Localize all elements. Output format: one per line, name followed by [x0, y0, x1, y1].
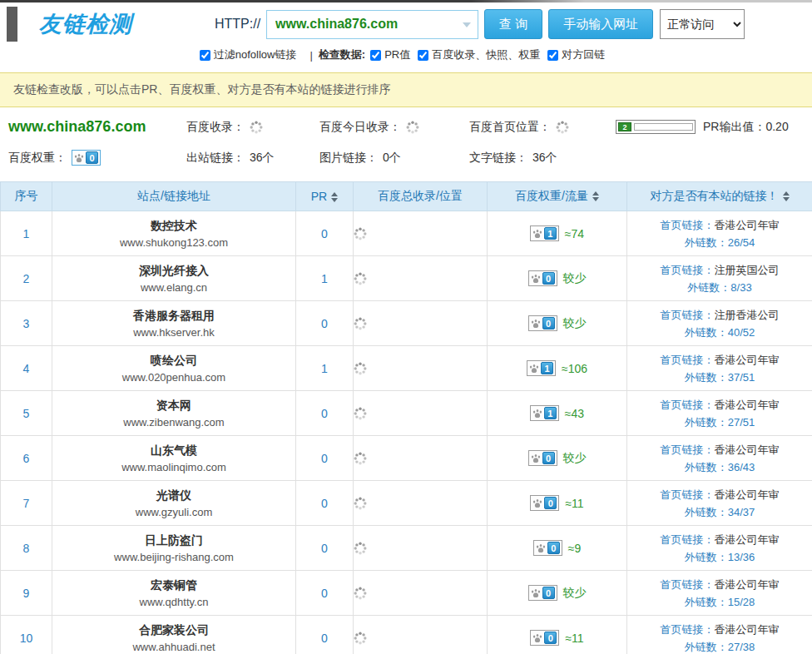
- homepage-link-anchor: 香港公司年审: [715, 623, 780, 636]
- pr-grade-chip: 2: [618, 122, 631, 131]
- site-name-link[interactable]: 资本网: [52, 399, 295, 414]
- site-name-link[interactable]: 合肥家装公司: [52, 623, 295, 638]
- homepage-link-label[interactable]: 首页链接：: [661, 309, 715, 321]
- baidu-inclusion-cell: [354, 571, 488, 616]
- site-name-link[interactable]: 宏泰铜管: [52, 578, 295, 593]
- baidu-data-label: 百度收录、快照、权重: [432, 47, 540, 62]
- baidu-weight-badge: 1: [530, 225, 559, 241]
- pr-value: 0: [296, 301, 354, 346]
- homepage-link-label[interactable]: 首页链接：: [661, 399, 715, 411]
- option-baidu-data[interactable]: 百度收录、快照、权重: [418, 47, 540, 62]
- loading-spinner-icon: [354, 587, 487, 600]
- baidu-data-checkbox[interactable]: [418, 50, 428, 61]
- homepage-link-anchor: 香港公司年审: [715, 488, 780, 501]
- sort-icon[interactable]: [331, 192, 338, 202]
- options-bar: 过滤nofollow链接 | 检查数据: PR值 百度收录、快照、权重 对方回链: [0, 46, 812, 70]
- loading-spinner-icon: [354, 362, 487, 375]
- traffic-estimate: ≈11: [565, 497, 583, 510]
- pr-value-checkbox[interactable]: [370, 50, 381, 61]
- outlink-count[interactable]: 外链数：40/52: [627, 324, 812, 341]
- col-header-weight-traffic[interactable]: 百度权重/流量: [488, 182, 627, 211]
- weight-number: 0: [542, 587, 555, 599]
- pr-value: 0: [296, 571, 354, 616]
- pr-track: [634, 123, 693, 131]
- site-url: www.ahhuadi.net: [52, 641, 295, 653]
- site-name-link[interactable]: 光谱仪: [52, 488, 295, 503]
- site-cell: 数控技术www.shukong123.com: [52, 211, 296, 256]
- homepage-link-anchor: 香港公司年审: [715, 533, 780, 546]
- weight-traffic-cell: 0较少: [488, 301, 627, 346]
- loading-spinner-icon: [354, 317, 487, 330]
- options-separator: |: [309, 49, 312, 62]
- weight-traffic-cell: 1≈74: [488, 211, 627, 256]
- homepage-link-label[interactable]: 首页链接：: [661, 264, 715, 276]
- baidu-weight-badge: 0: [533, 540, 562, 556]
- site-name-link[interactable]: 山东气模: [52, 443, 295, 458]
- pr-value: 0: [296, 616, 354, 654]
- option-pr-value[interactable]: PR值: [370, 47, 410, 62]
- filter-nofollow-checkbox[interactable]: [200, 50, 210, 61]
- homepage-link-label[interactable]: 首页链接：: [661, 623, 715, 636]
- option-filter-nofollow[interactable]: 过滤nofollow链接: [200, 47, 297, 62]
- url-dropdown-caret-icon[interactable]: [463, 22, 471, 27]
- weight-number: 1: [544, 227, 557, 240]
- site-url: www.020penhua.com: [52, 371, 295, 384]
- col-header-site: 站点/链接地址: [52, 182, 296, 211]
- site-name-link[interactable]: 数控技术: [52, 219, 295, 234]
- outlink-count[interactable]: 外链数：15/28: [627, 593, 812, 611]
- site-name-link[interactable]: 喷绘公司: [52, 354, 295, 369]
- site-url: www.beijing-rishang.com: [52, 551, 295, 563]
- weight-traffic-cell: 0较少: [488, 436, 627, 481]
- access-mode-select[interactable]: 正常访问: [660, 9, 745, 39]
- paw-icon: [532, 633, 542, 643]
- row-index: 3: [1, 301, 52, 346]
- outlink-count[interactable]: 外链数：26/54: [627, 234, 812, 251]
- outlink-count[interactable]: 外链数：34/37: [627, 503, 812, 521]
- pr-value: 0: [296, 436, 354, 481]
- site-name-link[interactable]: 香港服务器租用: [52, 309, 295, 324]
- homepage-link-label[interactable]: 首页链接：: [661, 488, 715, 501]
- outlink-count[interactable]: 外链数：13/36: [627, 548, 812, 566]
- site-cell: 宏泰铜管www.qdhtty.cn: [52, 571, 296, 616]
- query-button[interactable]: 查 询: [484, 9, 542, 39]
- logo-block: 友链检测: [7, 7, 215, 42]
- site-name-link[interactable]: 日上防盗门: [52, 533, 295, 548]
- traffic-estimate: ≈106: [562, 362, 587, 375]
- weight-traffic-cell: 0≈11: [488, 481, 627, 526]
- summary-label: 文字链接：: [469, 151, 527, 166]
- homepage-link-label[interactable]: 首页链接：: [661, 219, 715, 231]
- pr-output-bar: 2: [616, 120, 696, 134]
- col-header-backlink[interactable]: 对方是否有本站的链接！: [627, 182, 812, 211]
- backlink-cell: 首页链接：香港公司年审外链数：27/38: [627, 616, 812, 654]
- site-url: www.zibenwang.com: [52, 416, 295, 429]
- weight-number: 0: [86, 151, 98, 164]
- summary-label: 出站链接：: [186, 151, 245, 166]
- manual-input-button[interactable]: 手动输入网址: [548, 9, 653, 39]
- site-name-link[interactable]: 深圳光纤接入: [52, 264, 295, 279]
- weight-traffic-cell: 0≈9: [488, 526, 627, 571]
- backlink-checkbox[interactable]: [547, 50, 558, 61]
- option-backlink[interactable]: 对方回链: [547, 47, 605, 62]
- homepage-link-label[interactable]: 首页链接：: [661, 443, 715, 456]
- sort-icon[interactable]: [592, 191, 599, 201]
- paw-icon: [532, 409, 542, 419]
- homepage-link-label[interactable]: 首页链接：: [661, 578, 715, 591]
- table-row: 10合肥家装公司www.ahhuadi.net00≈11首页链接：香港公司年审外…: [1, 616, 812, 654]
- outlink-count[interactable]: 外链数：8/33: [627, 279, 812, 296]
- loading-spinner-icon: [406, 121, 419, 134]
- homepage-link-label[interactable]: 首页链接：: [661, 354, 715, 366]
- homepage-link-label[interactable]: 首页链接：: [661, 533, 715, 546]
- sort-icon[interactable]: [783, 191, 790, 201]
- paw-icon: [531, 588, 541, 598]
- url-input[interactable]: [275, 17, 459, 32]
- outlink-count[interactable]: 外链数：37/51: [627, 369, 812, 386]
- outlink-count[interactable]: 外链数：27/51: [627, 414, 812, 431]
- outlink-count[interactable]: 外链数：36/43: [627, 458, 812, 476]
- col-header-pr[interactable]: PR: [296, 182, 354, 211]
- site-url: www.hkserver.hk: [52, 326, 295, 339]
- outlink-count[interactable]: 外链数：27/38: [627, 638, 812, 654]
- table-header-row: 序号 站点/链接地址 PR 百度总收录/位置 百度权重/流量 对方是否有本站的链…: [1, 182, 812, 211]
- site-cell: 日上防盗门www.beijing-rishang.com: [52, 526, 296, 571]
- site-cell: 深圳光纤接入www.elang.cn: [52, 256, 296, 301]
- weight-number: 0: [542, 452, 555, 464]
